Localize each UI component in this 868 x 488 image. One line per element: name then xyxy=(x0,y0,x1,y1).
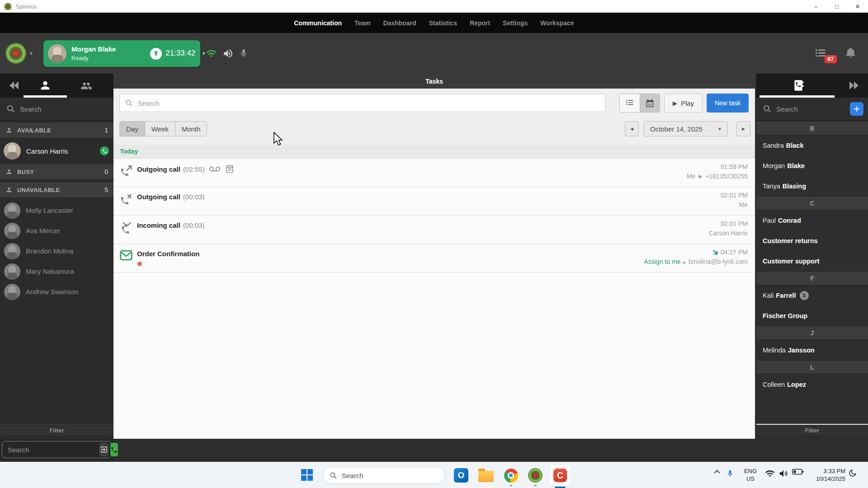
tab-day[interactable]: Day xyxy=(120,122,145,136)
tray-chevron-up-icon[interactable] xyxy=(713,469,721,476)
window-title: Spinoco xyxy=(15,3,37,10)
nav-workspace[interactable]: Workspace xyxy=(540,19,574,27)
task-title: Order Confirmation xyxy=(137,250,199,258)
collapse-sidebar-icon[interactable] xyxy=(849,80,860,92)
contact-last-name: Black xyxy=(786,142,804,149)
list-view-button[interactable] xyxy=(620,94,640,112)
minimize-button[interactable]: – xyxy=(806,0,826,13)
contact-melinda-jansson[interactable]: Melinda Jansson xyxy=(756,340,868,360)
contact-morgan-blake[interactable]: Morgan Blake xyxy=(756,155,868,176)
assign-to-me-link[interactable]: Assign to me xyxy=(644,258,680,265)
start-button[interactable] xyxy=(301,469,313,481)
calendar-view-button[interactable] xyxy=(640,94,660,112)
speaker-icon[interactable] xyxy=(222,48,234,61)
contact-first-name: Tanya xyxy=(763,183,780,190)
agent-row-carson-harris[interactable]: Carson Harris xyxy=(0,139,113,163)
new-task-button[interactable]: New task xyxy=(707,94,749,113)
spinoco-contact-badge: S xyxy=(800,291,809,300)
contact-paul-conrad[interactable]: Paul Conrad xyxy=(756,210,868,230)
contact-first-name: Sandra xyxy=(763,142,784,149)
next-day-button[interactable]: ► xyxy=(736,121,750,136)
task-parties: Assign to me ► bmolina@b-lynk.com xyxy=(644,258,748,265)
task-parties: Me ► +18135230255 xyxy=(687,173,748,180)
agents-search[interactable] xyxy=(0,98,113,121)
tray-night-mode-icon[interactable] xyxy=(848,469,857,478)
workspace: AVAILABLE 1 Carson Harris BUSY 0 UNAVAIL… xyxy=(0,74,868,462)
taskbar-search-input[interactable] xyxy=(342,472,423,479)
taskbar-outlook-icon[interactable]: O xyxy=(452,466,470,484)
tray-time: 3:33 PM xyxy=(802,467,845,475)
tray-wifi-icon[interactable] xyxy=(765,469,775,479)
contact-last-name: Conrad xyxy=(778,217,801,224)
tray-microphone-icon[interactable] xyxy=(726,469,734,479)
previous-day-button[interactable]: ◄ xyxy=(625,121,639,136)
voicemail-icon xyxy=(209,166,221,172)
taskbar-file-explorer-icon[interactable] xyxy=(477,466,495,484)
contacts-search[interactable]: + xyxy=(756,98,868,121)
task-row-incoming-call[interactable]: Incoming call (00:03) 02:01 PM Carson Ha… xyxy=(113,216,755,244)
agents-filter-bar[interactable]: Filter xyxy=(0,424,113,436)
tray-speaker-icon[interactable] xyxy=(778,469,788,479)
tab-agents[interactable] xyxy=(39,79,52,94)
transfer-button[interactable] xyxy=(99,443,108,456)
contacts-filter-bar[interactable]: Filter xyxy=(756,424,868,436)
microphone-icon[interactable] xyxy=(239,48,249,61)
nav-statistics[interactable]: Statistics xyxy=(429,19,457,27)
agent-row-brandon-molina[interactable]: Brandon Molina xyxy=(0,241,113,261)
group-available[interactable]: AVAILABLE 1 xyxy=(0,122,113,138)
collapse-sidebar-icon[interactable] xyxy=(9,80,20,92)
agent-row-andrew-swanson[interactable]: Andrew Swanson xyxy=(0,282,113,302)
task-row-outgoing-call-2[interactable]: Outgoing call (00:03) 02:01 PM Me xyxy=(113,187,755,216)
section-header-today: Today xyxy=(113,145,755,159)
agent-row-mary-nakamura[interactable]: Mary Nakamura xyxy=(0,261,113,282)
nav-team[interactable]: Team xyxy=(354,19,371,27)
contact-kali-farrell[interactable]: Kali Farrell S xyxy=(756,285,868,305)
chevron-down-icon[interactable]: ▾ xyxy=(203,51,205,56)
group-busy[interactable]: BUSY 0 xyxy=(0,164,113,180)
tab-month[interactable]: Month xyxy=(175,122,207,136)
tab-teams[interactable] xyxy=(80,80,93,94)
contact-sandra-black[interactable]: Sandra Black xyxy=(756,135,868,155)
taskbar-search[interactable] xyxy=(323,467,445,484)
contact-customer-support[interactable]: Customer support xyxy=(756,251,868,271)
taskbar-camtasia-icon[interactable]: C xyxy=(550,465,571,486)
ready-bolt-icon xyxy=(150,48,162,60)
nav-settings[interactable]: Settings xyxy=(503,19,528,27)
app-menu-button[interactable]: ▾ xyxy=(5,43,33,64)
contact-colleen-lopez[interactable]: Colleen Lopez xyxy=(756,374,868,394)
group-unavailable[interactable]: UNAVAILABLE 5 xyxy=(0,182,113,198)
agents-search-input[interactable] xyxy=(20,105,88,113)
agent-status-pill[interactable]: Morgan Blake Ready 21:33:42 ▾ xyxy=(43,40,200,67)
tab-phonebook[interactable] xyxy=(793,79,804,94)
spinoco-logo-icon xyxy=(5,43,26,64)
task-row-order-confirmation[interactable]: Order Confirmation 04:27 PM Assign to me… xyxy=(113,244,755,272)
task-row-outgoing-call-1[interactable]: Outgoing call (02:55) 01:59 PM Me ► +181… xyxy=(113,159,755,187)
contact-customer-returns[interactable]: Customer returns xyxy=(756,230,868,251)
tab-week[interactable]: Week xyxy=(145,122,175,136)
contact-tanya-blasing[interactable]: Tanya Blasing xyxy=(756,176,868,196)
taskbar-chrome-icon[interactable] xyxy=(502,466,520,484)
dial-search-box[interactable] xyxy=(2,441,112,458)
agent-row-ava-mercer[interactable]: Ava Mercer xyxy=(0,221,113,241)
nav-dashboard[interactable]: Dashboard xyxy=(383,19,416,27)
tray-language-indicator[interactable]: ENG US xyxy=(741,467,760,483)
taskbar-spinoco-icon[interactable] xyxy=(526,466,544,484)
dial-search-input[interactable] xyxy=(8,446,98,454)
add-contact-button[interactable]: + xyxy=(850,102,863,116)
tray-clock[interactable]: 3:33 PM 10/14/2025 xyxy=(802,467,845,483)
bell-icon[interactable] xyxy=(844,47,857,61)
email-icon xyxy=(120,250,132,263)
tasks-search-input[interactable] xyxy=(138,99,605,107)
task-email: bmolina@b-lynk.com xyxy=(689,258,748,265)
play-button[interactable]: ▶ Play xyxy=(664,94,703,113)
contacts-search-input[interactable] xyxy=(776,105,830,113)
tasks-search[interactable] xyxy=(119,94,605,112)
date-select[interactable]: October 14, 2025 ▼ xyxy=(643,121,728,136)
nav-report[interactable]: Report xyxy=(470,19,490,27)
close-button[interactable]: ✕ xyxy=(847,0,868,13)
agent-row-molly-lancaster[interactable]: Molly Lancaster xyxy=(0,200,113,221)
contact-fischer-group[interactable]: Fischer Group xyxy=(756,305,868,326)
nav-communication[interactable]: Communication xyxy=(294,19,342,27)
status-bar: ▾ Morgan Blake Ready 21:33:42 ▾ 67 xyxy=(0,33,868,74)
maximize-button[interactable]: □ xyxy=(826,0,847,13)
